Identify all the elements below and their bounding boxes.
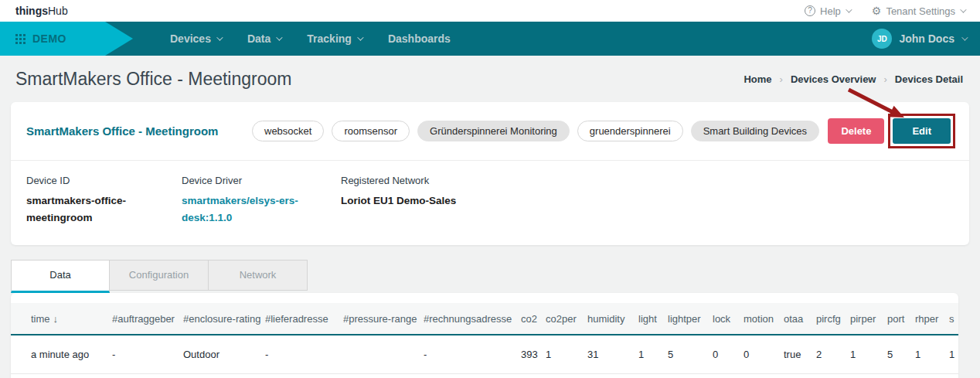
cell-lightper: 5 bbox=[668, 349, 713, 360]
edit-button[interactable]: Edit bbox=[893, 118, 951, 144]
things-hub-logo[interactable]: thingsHub bbox=[15, 5, 68, 17]
tenant-selector-demo[interactable]: DEMO bbox=[0, 22, 133, 56]
main-nav-bar: DEMO Devices Data Tracking Dashboards JD… bbox=[0, 22, 980, 56]
breadcrumb-home[interactable]: Home bbox=[744, 73, 771, 85]
cell-co2: 393 bbox=[521, 349, 546, 360]
nav-item-dashboards[interactable]: Dashboards bbox=[388, 32, 451, 45]
column-header-light[interactable]: light bbox=[638, 313, 668, 325]
field-label: Device Driver bbox=[182, 175, 341, 186]
column-header-time[interactable]: time↓ bbox=[31, 313, 112, 325]
table-row[interactable]: a minute ago - Outdoor - - 393 1 31 1 5 … bbox=[11, 335, 958, 374]
column-header-auftraggeber[interactable]: #auftraggeber bbox=[112, 313, 183, 325]
page-title: SmartMakers Office - Meetingroom bbox=[15, 69, 291, 90]
cell-enclosure-rating: Outdoor bbox=[183, 349, 265, 360]
field-registered-network: Registered Network Loriot EU1 Demo-Sales bbox=[341, 175, 954, 226]
cell-light: 1 bbox=[638, 349, 668, 360]
column-header-pressure-range[interactable]: #pressure-range bbox=[343, 313, 424, 325]
field-device-id: Device ID smartmakers-office-meetingroom bbox=[26, 175, 182, 226]
nav-item-tracking[interactable]: Tracking bbox=[307, 32, 362, 45]
column-header-lightper[interactable]: lightper bbox=[668, 313, 713, 325]
device-tags: websocket roomsensor Gründerspinnerei Mo… bbox=[252, 121, 819, 141]
nav-item-label: Devices bbox=[170, 32, 211, 45]
column-header-co2per[interactable]: co2per bbox=[546, 313, 587, 325]
user-menu[interactable]: JD John Docs bbox=[872, 22, 966, 56]
chevron-down-icon bbox=[216, 34, 223, 40]
nav-item-data[interactable]: Data bbox=[247, 32, 281, 45]
column-header-co2[interactable]: co2 bbox=[521, 313, 546, 325]
breadcrumb-devices-overview[interactable]: Devices Overview bbox=[791, 73, 876, 85]
column-header-lieferadresse[interactable]: #lieferadresse bbox=[265, 313, 343, 325]
tag-gruenderspinnerei[interactable]: gruenderspinnerei bbox=[577, 121, 683, 141]
tenant-settings-label: Tenant Settings bbox=[886, 5, 955, 17]
gear-icon: ⚙ bbox=[872, 5, 882, 16]
user-name: John Docs bbox=[899, 32, 954, 45]
detail-tabs: Data Configuration Network bbox=[11, 260, 980, 293]
help-label: Help bbox=[820, 5, 841, 17]
cell-rechnungsadresse: - bbox=[424, 349, 521, 360]
breadcrumb: Home › Devices Overview › Devices Detail bbox=[744, 73, 963, 85]
cell-auftraggeber: - bbox=[112, 349, 183, 360]
device-data-table-card: time↓ #auftraggeber #enclosure-rating #l… bbox=[11, 293, 958, 378]
top-bar: thingsHub ? Help ⚙ Tenant Settings bbox=[0, 0, 980, 22]
tenant-label: DEMO bbox=[32, 32, 66, 45]
column-header-otaa[interactable]: otaa bbox=[784, 313, 816, 325]
logo-light-part: Hub bbox=[48, 5, 68, 17]
annotation-highlight-box: Edit bbox=[888, 114, 955, 148]
help-icon: ? bbox=[805, 5, 815, 16]
device-driver-link[interactable]: smartmakers/elsys-ers-desk:1.1.0 bbox=[182, 192, 319, 226]
cell-port: 5 bbox=[887, 349, 915, 360]
column-header-motion[interactable]: motion bbox=[744, 313, 784, 325]
column-header-port[interactable]: port bbox=[887, 313, 915, 325]
delete-button[interactable]: Delete bbox=[828, 118, 884, 144]
chevron-down-icon bbox=[961, 34, 968, 40]
help-menu[interactable]: ? Help bbox=[805, 5, 850, 17]
cell-time: a minute ago bbox=[31, 349, 112, 360]
column-header-pirper[interactable]: pirper bbox=[850, 313, 887, 325]
topbar-right: ? Help ⚙ Tenant Settings bbox=[805, 5, 965, 17]
breadcrumb-devices-detail: Devices Detail bbox=[895, 73, 963, 85]
device-fields: Device ID smartmakers-office-meetingroom… bbox=[11, 161, 969, 245]
breadcrumb-separator-icon: › bbox=[780, 73, 783, 85]
chevron-down-icon bbox=[846, 6, 852, 12]
nav-items: Devices Data Tracking Dashboards bbox=[170, 22, 451, 56]
cell-co2per: 1 bbox=[546, 349, 587, 360]
tenant-settings-menu[interactable]: ⚙ Tenant Settings bbox=[872, 5, 965, 17]
column-header-lock[interactable]: lock bbox=[713, 313, 744, 325]
field-device-driver: Device Driver smartmakers/elsys-ers-desk… bbox=[182, 175, 341, 226]
tag-roomsensor[interactable]: roomsensor bbox=[332, 121, 410, 141]
registered-network-value: Loriot EU1 Demo-Sales bbox=[341, 192, 954, 209]
nav-item-devices[interactable]: Devices bbox=[170, 32, 221, 45]
avatar: JD bbox=[872, 29, 892, 49]
chevron-down-icon bbox=[960, 6, 966, 12]
field-label: Registered Network bbox=[341, 175, 954, 186]
tag-websocket[interactable]: websocket bbox=[252, 121, 324, 141]
device-name: SmartMakers Office - Meetingroom bbox=[26, 124, 252, 138]
column-header-enclosure-rating[interactable]: #enclosure-rating bbox=[183, 313, 265, 325]
cell-motion: 0 bbox=[744, 349, 784, 360]
cell-humidity: 31 bbox=[587, 349, 638, 360]
tab-network[interactable]: Network bbox=[209, 260, 308, 291]
column-header-rechnungsadresse[interactable]: #rechnungsadresse bbox=[424, 313, 521, 325]
tag-gruenderspinnerei-monitoring[interactable]: Gründerspinnerei Monitoring bbox=[417, 121, 570, 141]
cell-rhper: 1 bbox=[915, 349, 949, 360]
nav-item-label: Data bbox=[247, 32, 271, 45]
cell-lock: 0 bbox=[713, 349, 744, 360]
column-header-rhper[interactable]: rhper bbox=[915, 313, 949, 325]
cell-s: 1 bbox=[949, 349, 958, 360]
device-summary-card: SmartMakers Office - Meetingroom websock… bbox=[11, 102, 969, 245]
tag-smart-building-devices[interactable]: Smart Building Devices bbox=[691, 121, 819, 141]
column-header-humidity[interactable]: humidity bbox=[587, 313, 638, 325]
breadcrumb-separator-icon: › bbox=[883, 73, 886, 85]
nav-item-label: Dashboards bbox=[388, 32, 451, 45]
chevron-down-icon bbox=[357, 34, 363, 40]
tab-data[interactable]: Data bbox=[11, 260, 110, 293]
column-header-pircfg[interactable]: pircfg bbox=[816, 313, 850, 325]
column-header-label: time bbox=[31, 313, 50, 325]
table-header-row: time↓ #auftraggeber #enclosure-rating #l… bbox=[11, 303, 958, 335]
sort-desc-icon[interactable]: ↓ bbox=[53, 313, 59, 325]
tab-configuration[interactable]: Configuration bbox=[110, 260, 209, 291]
device-id-value: smartmakers-office-meetingroom bbox=[26, 192, 158, 226]
column-header-s-truncated[interactable]: s bbox=[949, 313, 958, 325]
nav-item-label: Tracking bbox=[307, 32, 352, 45]
cell-otaa: true bbox=[784, 349, 816, 360]
